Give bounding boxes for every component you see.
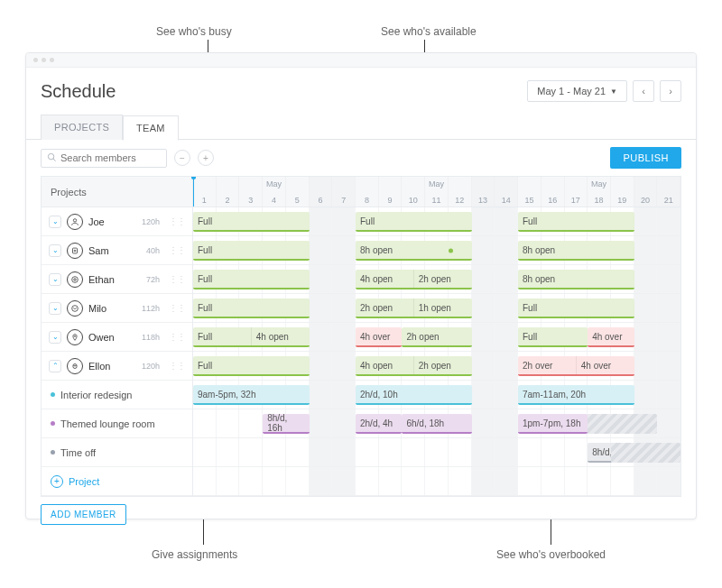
day-header-5: 5 bbox=[286, 177, 310, 207]
expand-toggle[interactable]: ⌃ bbox=[49, 360, 61, 372]
expand-toggle[interactable]: ⌄ bbox=[49, 273, 61, 286]
assignment-bar[interactable]: 1pm-7pm, 18h bbox=[518, 414, 588, 434]
search-icon bbox=[47, 152, 57, 164]
chevron-left-icon: ‹ bbox=[642, 86, 645, 96]
bar-segment-label: 4h over bbox=[576, 356, 634, 374]
project-row-lounge[interactable]: Themed lounge room bbox=[42, 418, 164, 429]
callout-available: See who's available bbox=[381, 25, 477, 38]
svg-point-7 bbox=[72, 305, 79, 311]
member-row-ethan[interactable]: ⌄ Ethan 72h ⋮⋮ bbox=[42, 271, 192, 288]
availability-bar: 8h open bbox=[518, 241, 634, 261]
assignment-bar[interactable]: 8h/d, 16h bbox=[263, 414, 309, 434]
drag-handle-icon[interactable]: ⋮⋮ bbox=[169, 332, 185, 342]
filter-clear-button[interactable]: − bbox=[174, 150, 190, 166]
bar-segment-label: 7am-11am, 20h bbox=[518, 385, 634, 403]
tab-projects[interactable]: PROJECTS bbox=[41, 115, 123, 140]
bar-segment-label: Full bbox=[193, 270, 310, 288]
avatar-icon bbox=[67, 358, 83, 374]
drag-handle-icon[interactable]: ⋮⋮ bbox=[169, 245, 185, 255]
plus-icon: + bbox=[203, 153, 208, 163]
day-header-21: 21 bbox=[657, 177, 680, 207]
page-title: Schedule bbox=[41, 81, 116, 102]
bar-segment-label: 2h/d, 10h bbox=[356, 385, 472, 403]
availability-bar: Full bbox=[193, 299, 310, 318]
schedule-grid: Projects 1234May567891011May121314151617… bbox=[41, 176, 681, 497]
avatar-icon bbox=[67, 329, 83, 345]
traffic-light bbox=[33, 58, 38, 62]
availability-bar: 2h over4h over bbox=[518, 356, 634, 376]
status-dot bbox=[449, 249, 453, 253]
svg-point-6 bbox=[74, 278, 77, 280]
bar-segment-label: Full bbox=[193, 356, 310, 374]
day-header-16: 16 bbox=[542, 177, 565, 207]
member-row-joe[interactable]: ⌄ Joe 120h ⋮⋮ bbox=[42, 214, 192, 230]
avatar-icon bbox=[67, 271, 83, 288]
search-input-wrap[interactable] bbox=[41, 149, 167, 168]
drag-handle-icon[interactable]: ⋮⋮ bbox=[169, 361, 185, 371]
app-window: Schedule May 1 - May 21 ▼ ‹ › PROJECTS T… bbox=[25, 52, 697, 519]
day-header-2: 2 bbox=[217, 177, 240, 207]
day-header-6: 6 bbox=[310, 177, 333, 207]
drag-handle-icon[interactable]: ⋮⋮ bbox=[169, 216, 185, 226]
member-row-milo[interactable]: ⌄ Milo 112h ⋮⋮ bbox=[42, 300, 192, 317]
member-hours: 40h bbox=[146, 246, 160, 255]
bar-segment-label: 4h over bbox=[356, 327, 402, 345]
day-header-7: 7 bbox=[332, 177, 356, 207]
bar-segment-label: 4h open bbox=[356, 270, 413, 288]
caret-down-icon: ▼ bbox=[610, 87, 617, 96]
member-row-sam[interactable]: ⌄ Sam 40h ⋮⋮ bbox=[42, 243, 192, 259]
chevron-down-icon: ⌄ bbox=[52, 304, 59, 312]
date-range-button[interactable]: May 1 - May 21 ▼ bbox=[527, 80, 627, 102]
availability-bar: 4h over bbox=[356, 327, 402, 347]
availability-bar: Full bbox=[518, 299, 634, 318]
project-name: Interior redesign bbox=[60, 390, 133, 400]
callout-busy: See who's busy bbox=[156, 25, 232, 38]
expand-toggle[interactable]: ⌄ bbox=[49, 244, 61, 257]
drag-handle-icon[interactable]: ⋮⋮ bbox=[169, 303, 185, 313]
member-hours: 120h bbox=[142, 217, 160, 226]
search-input[interactable] bbox=[60, 152, 161, 163]
minus-icon: − bbox=[180, 153, 185, 163]
bar-segment-label: Full bbox=[518, 212, 634, 230]
svg-rect-3 bbox=[73, 248, 78, 253]
member-row-ellon[interactable]: ⌃ Ellon 120h ⋮⋮ bbox=[42, 358, 192, 374]
bar-segment-label: 2h open bbox=[356, 299, 413, 317]
member-row-owen[interactable]: ⌄ Owen 118h ⋮⋮ bbox=[42, 329, 192, 345]
bar-segment-label: Full bbox=[193, 327, 251, 345]
tab-team[interactable]: TEAM bbox=[123, 115, 179, 141]
bar-segment-label: Full bbox=[518, 299, 634, 317]
expand-toggle[interactable]: ⌄ bbox=[49, 216, 61, 228]
availability-bar: Full4h open bbox=[193, 327, 310, 347]
chevron-down-icon: ⌄ bbox=[52, 246, 59, 254]
svg-point-8 bbox=[74, 335, 75, 336]
svg-line-1 bbox=[53, 158, 56, 161]
add-button[interactable]: + bbox=[198, 150, 214, 166]
availability-bar: Full bbox=[193, 212, 310, 232]
traffic-light bbox=[50, 58, 54, 62]
availability-bar: 8h open bbox=[356, 241, 472, 261]
bar-segment-label: 2h/d, 4h bbox=[356, 414, 402, 432]
expand-toggle[interactable]: ⌄ bbox=[49, 331, 61, 344]
drag-handle-icon[interactable]: ⋮⋮ bbox=[169, 274, 185, 284]
publish-button[interactable]: PUBLISH bbox=[610, 147, 681, 169]
day-header-17: 17 bbox=[565, 177, 588, 207]
assignment-bar[interactable]: 2h/d, 4h bbox=[356, 414, 402, 434]
assignment-bar[interactable]: 9am-5pm, 32h bbox=[193, 385, 310, 405]
add-project-button[interactable]: + Project bbox=[42, 475, 108, 488]
bar-segment-label: 8h open bbox=[518, 241, 634, 259]
pending-stripe bbox=[611, 443, 680, 463]
availability-bar: 8h open bbox=[518, 270, 634, 289]
assignment-bar[interactable]: 6h/d, 18h bbox=[402, 414, 471, 434]
member-name: Sam bbox=[88, 245, 109, 256]
project-row-interior[interactable]: Interior redesign bbox=[42, 390, 142, 400]
assignment-bar[interactable]: 2h/d, 10h bbox=[356, 385, 472, 405]
next-button[interactable]: › bbox=[660, 80, 681, 102]
bar-segment-label: 2h open bbox=[402, 327, 471, 345]
add-member-button[interactable]: ADD MEMBER bbox=[41, 504, 126, 525]
project-row-timeoff[interactable]: Time off bbox=[42, 447, 105, 458]
expand-toggle[interactable]: ⌄ bbox=[49, 302, 61, 315]
prev-button[interactable]: ‹ bbox=[633, 80, 654, 102]
project-color-icon bbox=[51, 392, 55, 397]
day-header-9: 9 bbox=[379, 177, 403, 207]
assignment-bar[interactable]: 7am-11am, 20h bbox=[518, 385, 634, 405]
